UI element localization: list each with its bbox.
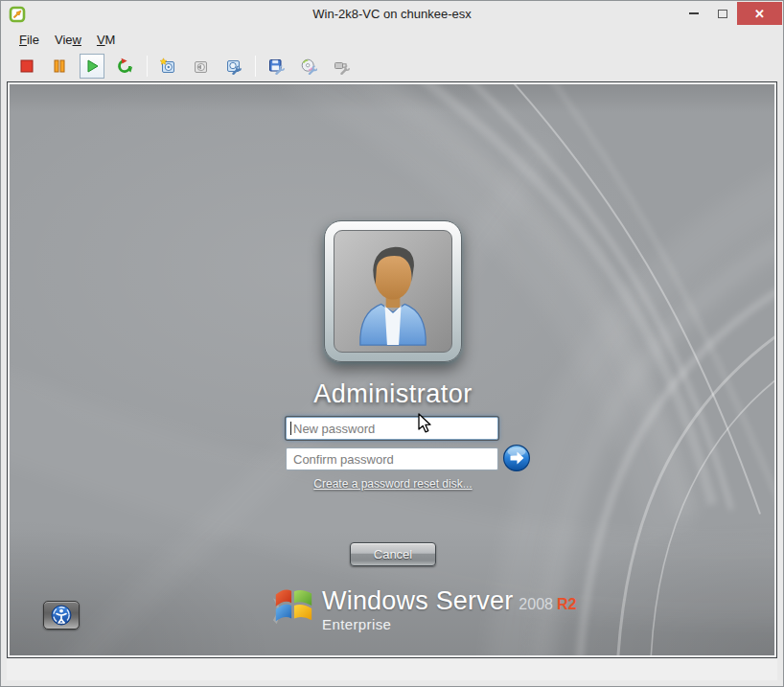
connect-cd-button[interactable] [296,54,321,79]
text-caret [290,422,291,435]
connect-floppy-button[interactable] [264,54,288,79]
connect-usb-icon [333,57,350,75]
password-reset-disk-link[interactable]: Create a password reset disk... [313,477,472,491]
vm-console-window: Win-2k8-VC on chunkee-esx ✕ File View VM [0,0,784,687]
maximize-icon [718,10,727,18]
close-icon: ✕ [754,7,765,21]
menu-vm[interactable]: VM [89,30,124,50]
menu-file[interactable]: File [12,30,47,50]
vm-screen[interactable]: Administrator [10,84,774,655]
minimize-button[interactable] [680,2,708,25]
cancel-button[interactable]: Cancel [350,542,436,566]
brand-edition: Enterprise [322,616,576,632]
suspend-button[interactable] [47,54,72,79]
windows-flag-icon [271,583,315,629]
user-avatar-tile[interactable] [324,220,462,362]
minimize-icon [689,12,699,14]
revert-snapshot-icon [192,57,209,75]
revert-snapshot-button[interactable] [188,54,213,79]
status-bar [7,659,777,680]
maximize-button[interactable] [708,2,737,25]
window-titlebar[interactable]: Win-2k8-VC on chunkee-esx ✕ [1,1,783,28]
vm-toolbar [8,51,776,81]
take-snapshot-button[interactable] [155,54,180,79]
toolbar-separator [255,56,256,77]
brand-year: 2008 [519,596,553,613]
menu-view[interactable]: View [47,30,89,50]
aurora-background [10,84,774,655]
go-arrow-icon [502,444,531,472]
power-on-button[interactable] [80,54,104,79]
brand-release: R2 [557,596,576,613]
new-password-input[interactable] [286,417,498,440]
connect-floppy-icon [267,57,285,75]
window-title: Win-2k8-VC on chunkee-esx [1,1,783,28]
confirm-password-input[interactable] [286,447,498,470]
console-frame: Administrator [7,81,777,658]
ease-of-access-button[interactable] [43,601,80,630]
reset-button[interactable] [112,54,137,79]
take-snapshot-icon [159,57,176,75]
username-label: Administrator [10,379,774,409]
user-avatar-icon [334,231,451,352]
power-off-button[interactable] [14,54,39,79]
reset-icon [116,57,133,75]
manage-snapshots-icon [224,57,242,75]
close-button[interactable]: ✕ [737,2,782,25]
menu-bar: File View VM [8,29,776,51]
toolbar-separator [147,56,148,77]
brand-product: Windows Server [322,586,513,616]
submit-password-button[interactable] [502,444,531,472]
power-on-icon [83,57,101,75]
windows-server-branding: Windows Server 2008 R2 Enterprise [271,583,576,632]
ease-of-access-icon [50,604,73,627]
connect-cd-icon [300,57,317,75]
manage-snapshots-button[interactable] [220,54,245,79]
suspend-icon [51,57,68,75]
power-off-icon [18,57,35,75]
connect-usb-button[interactable] [329,54,354,79]
